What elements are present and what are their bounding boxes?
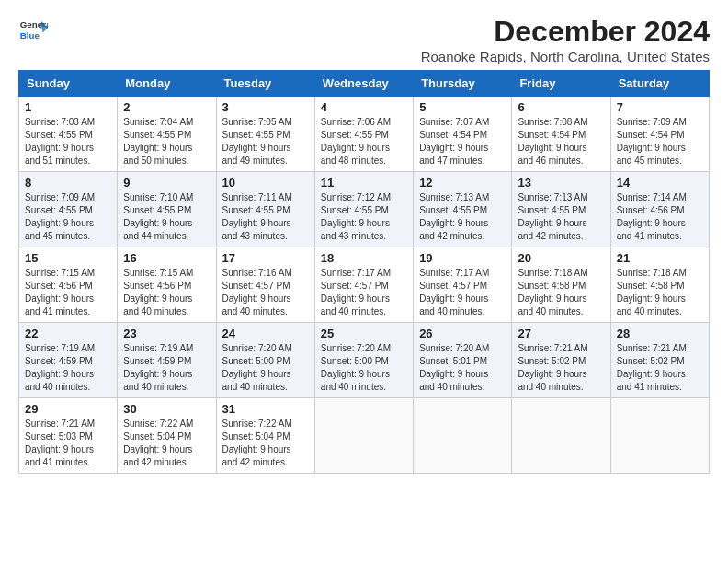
calendar-cell: 11Sunrise: 7:12 AMSunset: 4:55 PMDayligh… — [314, 172, 413, 247]
cell-content: Sunrise: 7:09 AMSunset: 4:54 PMDaylight:… — [617, 116, 703, 167]
calendar-cell: 8Sunrise: 7:09 AMSunset: 4:55 PMDaylight… — [19, 172, 118, 247]
day-number: 25 — [321, 327, 407, 340]
day-number: 18 — [321, 251, 407, 265]
page-header: General Blue December 2024 Roanoke Rapid… — [18, 15, 710, 64]
calendar-cell: 5Sunrise: 7:07 AMSunset: 4:54 PMDaylight… — [414, 97, 512, 172]
logo-icon: General Blue — [18, 15, 48, 44]
day-number: 11 — [321, 176, 407, 190]
day-number: 14 — [617, 176, 703, 190]
day-number: 4 — [321, 100, 407, 114]
calendar-cell: 26Sunrise: 7:20 AMSunset: 5:01 PMDayligh… — [414, 323, 512, 398]
calendar-cell: 16Sunrise: 7:15 AMSunset: 4:56 PMDayligh… — [118, 247, 216, 323]
calendar-table: SundayMondayTuesdayWednesdayThursdayFrid… — [18, 70, 710, 474]
week-row-2: 8Sunrise: 7:09 AMSunset: 4:55 PMDaylight… — [19, 172, 710, 247]
day-number: 17 — [222, 251, 309, 265]
calendar-cell: 28Sunrise: 7:21 AMSunset: 5:02 PMDayligh… — [610, 323, 709, 398]
cell-content: Sunrise: 7:14 AMSunset: 4:56 PMDaylight:… — [617, 191, 703, 243]
header-sunday: Sunday — [19, 71, 118, 97]
day-number: 23 — [123, 327, 210, 340]
cell-content: Sunrise: 7:06 AMSunset: 4:55 PMDaylight:… — [321, 116, 407, 167]
calendar-cell: 1Sunrise: 7:03 AMSunset: 4:55 PMDaylight… — [19, 97, 118, 172]
calendar-cell: 24Sunrise: 7:20 AMSunset: 5:00 PMDayligh… — [216, 323, 314, 398]
calendar-cell: 19Sunrise: 7:17 AMSunset: 4:57 PMDayligh… — [414, 247, 512, 323]
calendar-cell: 13Sunrise: 7:13 AMSunset: 4:55 PMDayligh… — [512, 172, 610, 247]
svg-text:Blue: Blue — [20, 30, 40, 40]
calendar-cell: 25Sunrise: 7:20 AMSunset: 5:00 PMDayligh… — [314, 323, 413, 398]
calendar-cell: 29Sunrise: 7:21 AMSunset: 5:03 PMDayligh… — [19, 398, 118, 474]
calendar-cell: 4Sunrise: 7:06 AMSunset: 4:55 PMDaylight… — [314, 97, 413, 172]
cell-content: Sunrise: 7:21 AMSunset: 5:02 PMDaylight:… — [617, 342, 703, 394]
week-row-4: 22Sunrise: 7:19 AMSunset: 4:59 PMDayligh… — [19, 323, 710, 398]
title-block: December 2024 Roanoke Rapids, North Caro… — [421, 15, 710, 64]
day-number: 28 — [617, 327, 703, 340]
cell-content: Sunrise: 7:17 AMSunset: 4:57 PMDaylight:… — [419, 267, 506, 318]
calendar-cell: 10Sunrise: 7:11 AMSunset: 4:55 PMDayligh… — [216, 172, 314, 247]
day-number: 7 — [617, 100, 703, 114]
header-wednesday: Wednesday — [314, 71, 413, 97]
cell-content: Sunrise: 7:07 AMSunset: 4:54 PMDaylight:… — [419, 116, 506, 167]
week-row-3: 15Sunrise: 7:15 AMSunset: 4:56 PMDayligh… — [19, 247, 710, 323]
day-number: 30 — [123, 402, 210, 416]
calendar-cell — [610, 398, 709, 474]
calendar-cell: 3Sunrise: 7:05 AMSunset: 4:55 PMDaylight… — [216, 97, 314, 172]
day-number: 16 — [123, 251, 210, 265]
cell-content: Sunrise: 7:17 AMSunset: 4:57 PMDaylight:… — [321, 267, 407, 318]
cell-content: Sunrise: 7:20 AMSunset: 5:01 PMDaylight:… — [419, 342, 506, 394]
cell-content: Sunrise: 7:20 AMSunset: 5:00 PMDaylight:… — [321, 342, 407, 394]
calendar-header-row: SundayMondayTuesdayWednesdayThursdayFrid… — [19, 71, 710, 97]
day-number: 31 — [222, 402, 309, 416]
day-number: 22 — [25, 327, 111, 340]
calendar-cell: 2Sunrise: 7:04 AMSunset: 4:55 PMDaylight… — [118, 97, 216, 172]
cell-content: Sunrise: 7:15 AMSunset: 4:56 PMDaylight:… — [123, 267, 210, 318]
cell-content: Sunrise: 7:11 AMSunset: 4:55 PMDaylight:… — [222, 191, 309, 243]
cell-content: Sunrise: 7:13 AMSunset: 4:55 PMDaylight:… — [518, 191, 604, 243]
day-number: 19 — [419, 251, 506, 265]
day-number: 29 — [25, 402, 111, 416]
day-number: 12 — [419, 176, 506, 190]
calendar-cell: 30Sunrise: 7:22 AMSunset: 5:04 PMDayligh… — [118, 398, 216, 474]
cell-content: Sunrise: 7:18 AMSunset: 4:58 PMDaylight:… — [518, 267, 604, 318]
day-number: 5 — [419, 100, 506, 114]
calendar-cell: 27Sunrise: 7:21 AMSunset: 5:02 PMDayligh… — [512, 323, 610, 398]
cell-content: Sunrise: 7:15 AMSunset: 4:56 PMDaylight:… — [25, 267, 111, 318]
day-number: 15 — [25, 251, 111, 265]
day-number: 26 — [419, 327, 506, 340]
calendar-body: 1Sunrise: 7:03 AMSunset: 4:55 PMDaylight… — [19, 97, 710, 474]
day-number: 6 — [518, 100, 604, 114]
cell-content: Sunrise: 7:18 AMSunset: 4:58 PMDaylight:… — [617, 267, 703, 318]
location-title: Roanoke Rapids, North Carolina, United S… — [421, 49, 710, 64]
day-number: 21 — [617, 251, 703, 265]
month-title: December 2024 — [421, 15, 710, 49]
cell-content: Sunrise: 7:16 AMSunset: 4:57 PMDaylight:… — [222, 267, 309, 318]
cell-content: Sunrise: 7:22 AMSunset: 5:04 PMDaylight:… — [222, 418, 309, 469]
cell-content: Sunrise: 7:22 AMSunset: 5:04 PMDaylight:… — [123, 418, 210, 469]
cell-content: Sunrise: 7:21 AMSunset: 5:02 PMDaylight:… — [518, 342, 604, 394]
calendar-cell: 22Sunrise: 7:19 AMSunset: 4:59 PMDayligh… — [19, 323, 118, 398]
header-saturday: Saturday — [610, 71, 709, 97]
calendar-cell: 17Sunrise: 7:16 AMSunset: 4:57 PMDayligh… — [216, 247, 314, 323]
header-monday: Monday — [118, 71, 216, 97]
header-friday: Friday — [512, 71, 610, 97]
cell-content: Sunrise: 7:19 AMSunset: 4:59 PMDaylight:… — [25, 342, 111, 394]
calendar-cell: 12Sunrise: 7:13 AMSunset: 4:55 PMDayligh… — [414, 172, 512, 247]
day-number: 1 — [25, 100, 111, 114]
logo: General Blue — [18, 15, 48, 44]
cell-content: Sunrise: 7:03 AMSunset: 4:55 PMDaylight:… — [25, 116, 111, 167]
calendar-cell: 31Sunrise: 7:22 AMSunset: 5:04 PMDayligh… — [216, 398, 314, 474]
cell-content: Sunrise: 7:05 AMSunset: 4:55 PMDaylight:… — [222, 116, 309, 167]
cell-content: Sunrise: 7:10 AMSunset: 4:55 PMDaylight:… — [123, 191, 210, 243]
cell-content: Sunrise: 7:13 AMSunset: 4:55 PMDaylight:… — [419, 191, 506, 243]
day-number: 9 — [123, 176, 210, 190]
week-row-1: 1Sunrise: 7:03 AMSunset: 4:55 PMDaylight… — [19, 97, 710, 172]
cell-content: Sunrise: 7:08 AMSunset: 4:54 PMDaylight:… — [518, 116, 604, 167]
calendar-cell: 7Sunrise: 7:09 AMSunset: 4:54 PMDaylight… — [610, 97, 709, 172]
day-number: 24 — [222, 327, 309, 340]
day-number: 27 — [518, 327, 604, 340]
day-number: 10 — [222, 176, 309, 190]
header-tuesday: Tuesday — [216, 71, 314, 97]
calendar-cell: 15Sunrise: 7:15 AMSunset: 4:56 PMDayligh… — [19, 247, 118, 323]
cell-content: Sunrise: 7:20 AMSunset: 5:00 PMDaylight:… — [222, 342, 309, 394]
cell-content: Sunrise: 7:19 AMSunset: 4:59 PMDaylight:… — [123, 342, 210, 394]
calendar-cell: 20Sunrise: 7:18 AMSunset: 4:58 PMDayligh… — [512, 247, 610, 323]
calendar-cell: 6Sunrise: 7:08 AMSunset: 4:54 PMDaylight… — [512, 97, 610, 172]
